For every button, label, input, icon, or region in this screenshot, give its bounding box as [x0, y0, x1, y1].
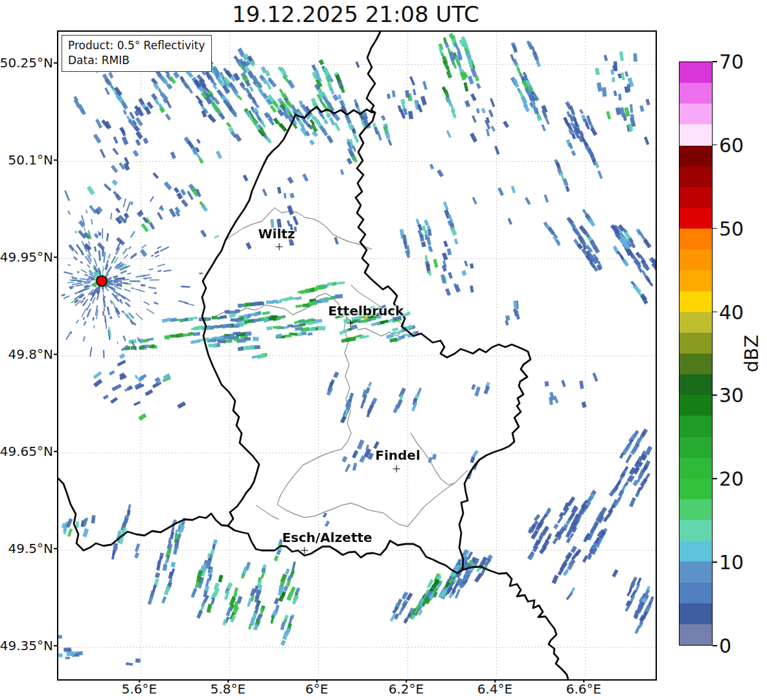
colorbar-tickmark [713, 478, 717, 479]
colorbar-tickmark [713, 395, 717, 396]
lat-tickmark [54, 256, 57, 258]
lat-tickmark [54, 354, 57, 355]
colorbar-segment [680, 249, 712, 270]
colorbar-tick-label: 40 [719, 300, 744, 323]
colorbar-segment [680, 354, 712, 374]
lat-tickmark [54, 159, 57, 161]
colorbar-tickmark [713, 61, 717, 62]
colorbar-segment [680, 416, 712, 436]
radar-map-canvas [58, 32, 656, 679]
lat-tickmark [54, 548, 57, 549]
city-marker [393, 466, 400, 473]
lon-tick-label: 5.6°E [122, 681, 157, 697]
lat-tickmark [54, 645, 57, 646]
colorbar-segment [680, 583, 712, 604]
lat-tick-label: 50.25°N [0, 55, 53, 71]
lon-tickmark [227, 679, 229, 683]
colorbar-tickmark [713, 311, 717, 313]
colorbar-segment [680, 146, 712, 166]
lon-tick-label: 6.6°E [566, 681, 601, 697]
lat-tick-label: 49.8°N [8, 346, 54, 362]
city-label-wiltz: Wiltz [258, 226, 295, 242]
lat-tickmark [54, 451, 57, 452]
product-info-line1: Product: 0.5° Reflectivity [68, 38, 205, 53]
colorbar-tick-label: 0 [719, 635, 731, 657]
lat-tickmark [54, 62, 57, 63]
colorbar-segment [680, 208, 712, 229]
colorbar-tick-label: 60 [719, 133, 744, 156]
lon-tickmark [583, 679, 584, 683]
city-marker [347, 320, 354, 327]
lon-tickmark [139, 679, 140, 683]
product-info-box: Product: 0.5° Reflectivity Data: RMIB [62, 35, 212, 72]
lon-tick-label: 5.8°E [211, 681, 246, 697]
colorbar-segment [680, 270, 712, 291]
lon-tickmark [316, 679, 317, 683]
colorbar-segment [680, 561, 712, 582]
colorbar-tick-label: 50 [719, 217, 744, 240]
city-label-esch-alzette: Esch/Alzette [282, 530, 372, 545]
colorbar-tickmark [713, 228, 717, 229]
colorbar-segment [680, 187, 712, 208]
city-label-findel: Findel [375, 447, 420, 463]
colorbar-segment [680, 624, 712, 645]
colorbar-segment [680, 374, 712, 395]
product-info-line2: Data: RMIB [68, 53, 205, 68]
lat-tick-label: 50.1°N [8, 152, 54, 168]
colorbar-segment [680, 124, 712, 145]
lon-tickmark [494, 679, 496, 683]
colorbar-tick-label: 30 [719, 384, 744, 407]
colorbar-segment [680, 479, 712, 499]
colorbar-segment [680, 291, 712, 312]
colorbar-segment [680, 499, 712, 520]
colorbar-segment [680, 333, 712, 354]
radar-figure: 19.12.2025 21:08 UTC Product: 0.5° Refle… [0, 0, 767, 700]
colorbar-segment [680, 458, 712, 479]
lat-tick-label: 49.35°N [0, 638, 53, 653]
lon-tick-label: 6.2°E [389, 681, 424, 697]
reflectivity-colorbar [679, 62, 713, 646]
colorbar-tickmark [713, 144, 717, 146]
lon-tick-label: 6°E [305, 681, 328, 697]
lat-tick-label: 49.5°N [8, 541, 54, 556]
lon-tickmark [406, 679, 407, 683]
colorbar-tick-label: 10 [719, 551, 744, 574]
lon-tick-label: 6.4°E [477, 681, 512, 697]
colorbar-segment [680, 229, 712, 249]
colorbar-segment [680, 604, 712, 624]
colorbar-segment [680, 62, 712, 83]
lat-tick-label: 49.95°N [0, 249, 53, 265]
colorbar-segment [680, 166, 712, 187]
map-plot-area: Product: 0.5° Reflectivity Data: RMIB Wi… [57, 30, 657, 681]
figure-title: 19.12.2025 21:08 UTC [57, 1, 654, 27]
colorbar-segment [680, 520, 712, 541]
colorbar-segment [680, 395, 712, 416]
city-marker [276, 243, 283, 251]
colorbar-segment [680, 312, 712, 333]
colorbar-segment [680, 83, 712, 104]
colorbar-tickmark [713, 561, 717, 563]
colorbar-tick-label: 20 [719, 468, 744, 490]
city-label-ettelbruck: Ettelbruck [328, 303, 404, 319]
colorbar-segment [680, 104, 712, 124]
city-marker [301, 547, 308, 554]
colorbar-segment [680, 541, 712, 561]
lat-tick-label: 49.65°N [0, 444, 53, 459]
colorbar-segment [680, 437, 712, 458]
colorbar-tickmark [713, 645, 717, 646]
colorbar-unit-label: dBZ [740, 335, 762, 372]
colorbar-tick-label: 70 [719, 51, 744, 73]
